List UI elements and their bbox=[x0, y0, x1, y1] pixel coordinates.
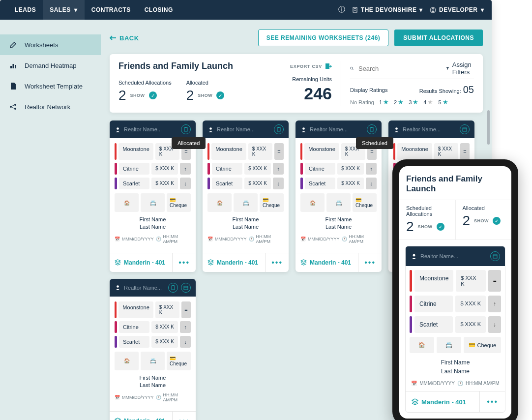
assign-filters-button[interactable]: Assign Filters bbox=[446, 61, 474, 76]
nav-leads[interactable]: LEADS bbox=[8, 0, 43, 20]
sidebar-template[interactable]: Worksheet Template bbox=[0, 76, 101, 96]
see-remaining-button[interactable]: SEE REMAINING WORKSHEETS (246) bbox=[258, 30, 389, 46]
unit-link[interactable]: Manderin - 401 bbox=[110, 253, 172, 272]
export-csv-button[interactable]: EXPORT CSV bbox=[290, 63, 332, 70]
mobile-preview: Friends and Family Launch Scheduled Allo… bbox=[392, 159, 518, 420]
contact-action[interactable]: 📇 bbox=[326, 193, 351, 212]
last-name: Last Name bbox=[115, 223, 191, 231]
allocate-icon[interactable] bbox=[168, 283, 178, 293]
color-stripe bbox=[115, 321, 117, 333]
more-button[interactable]: ••• bbox=[172, 412, 196, 420]
nav-sales[interactable]: SALES ▾ bbox=[43, 0, 85, 20]
color-stripe bbox=[300, 163, 303, 175]
nav-contracts[interactable]: CONTRACTS bbox=[85, 0, 138, 20]
sidebar-network[interactable]: Realtor Network bbox=[0, 96, 101, 117]
svg-rect-26 bbox=[371, 127, 373, 128]
home-action[interactable]: 🏠 bbox=[115, 193, 139, 212]
unit-link[interactable]: Manderin - 401 bbox=[110, 412, 172, 420]
unit-name: Citrine bbox=[119, 163, 149, 175]
page-title: Friends and Family Launch bbox=[118, 61, 233, 71]
svg-rect-1 bbox=[354, 8, 355, 9]
schedule-icon[interactable] bbox=[490, 251, 500, 261]
help-icon[interactable]: ⓘ bbox=[338, 5, 345, 14]
search-input[interactable] bbox=[358, 65, 441, 72]
layers-icon bbox=[115, 418, 121, 420]
unit-sort-button[interactable]: ↑ bbox=[273, 163, 284, 175]
unit-link[interactable]: Manderin - 401 bbox=[296, 253, 358, 272]
contact-action[interactable]: 📇 bbox=[141, 193, 165, 212]
mobile-more[interactable]: ••• bbox=[479, 391, 505, 412]
unit-sort-button[interactable]: ↓ bbox=[180, 336, 191, 348]
user-dropdown[interactable]: DEVELOPER▾ bbox=[430, 6, 484, 13]
more-button[interactable]: ••• bbox=[358, 253, 382, 272]
unit-sort-button[interactable]: = bbox=[274, 143, 284, 160]
nav-closing[interactable]: CLOSING bbox=[138, 0, 180, 20]
color-stripe bbox=[207, 178, 210, 189]
realtor-name: Realtor Name... bbox=[310, 126, 364, 132]
cheque-action[interactable]: 💳Cheque bbox=[464, 337, 501, 353]
unit-sort-button[interactable]: = bbox=[181, 301, 191, 318]
unit-sort-button[interactable]: = bbox=[460, 143, 470, 160]
home-action[interactable]: 🏠 bbox=[115, 352, 139, 370]
home-action[interactable]: 🏠 bbox=[410, 337, 434, 353]
sidebar-worksheets[interactable]: Worksheets bbox=[0, 34, 101, 55]
unit-link[interactable]: Manderin - 401 bbox=[203, 253, 265, 272]
building-dropdown[interactable]: THE DEVONSHIRE▾ bbox=[352, 6, 423, 13]
back-button[interactable]: BACK bbox=[110, 34, 139, 42]
contact-action[interactable]: 📇 bbox=[437, 337, 461, 353]
cheque-action[interactable]: 💳Cheque bbox=[260, 193, 284, 212]
submit-allocations-button[interactable]: SUBMIT ALLOCATIONS bbox=[394, 30, 483, 46]
rating-5[interactable]: 5★ bbox=[438, 98, 448, 106]
mobile-unit-link[interactable]: Manderin - 401 bbox=[406, 391, 479, 412]
cheque-action[interactable]: 💳Cheque bbox=[167, 193, 191, 212]
unit-sort-button[interactable]: ↑ bbox=[180, 321, 191, 333]
more-button[interactable]: ••• bbox=[172, 253, 196, 272]
first-name: First Name bbox=[115, 374, 191, 382]
unit-sort-button[interactable]: ↓ bbox=[366, 178, 377, 189]
rating-2[interactable]: 2★ bbox=[394, 98, 404, 106]
person-icon bbox=[115, 126, 121, 133]
unit-sort-button[interactable]: ↑ bbox=[180, 163, 191, 175]
unit-sort-button[interactable]: ↑ bbox=[366, 163, 377, 175]
rating-1[interactable]: 1★ bbox=[379, 98, 389, 106]
contact-action[interactable]: 📇 bbox=[234, 193, 258, 212]
home-action[interactable]: 🏠 bbox=[207, 193, 232, 212]
unit-name: Citrine bbox=[119, 321, 149, 333]
allocate-icon[interactable] bbox=[181, 124, 191, 134]
mobile-title: Friends and Family Launch bbox=[406, 174, 504, 194]
file-icon bbox=[9, 82, 18, 90]
results-count: 05 bbox=[463, 84, 474, 95]
scrollbar[interactable] bbox=[487, 110, 490, 145]
allocate-icon[interactable] bbox=[367, 124, 377, 134]
cheque-action[interactable]: 💳Cheque bbox=[353, 193, 377, 212]
clock-icon: 🕐 bbox=[342, 237, 347, 241]
home-action[interactable]: 🏠 bbox=[300, 193, 325, 212]
schedule-icon[interactable] bbox=[460, 124, 470, 134]
contact-action[interactable]: 📇 bbox=[141, 352, 165, 370]
color-stripe bbox=[300, 178, 303, 189]
export-icon bbox=[325, 63, 332, 70]
allocate-icon[interactable] bbox=[274, 124, 284, 134]
unit-sort-button[interactable]: ↓ bbox=[180, 178, 191, 189]
rating-3[interactable]: 3★ bbox=[409, 98, 418, 106]
rating-4[interactable]: 4★ bbox=[423, 98, 433, 106]
svg-rect-19 bbox=[184, 127, 187, 131]
schedule-icon[interactable] bbox=[181, 283, 191, 293]
show-scheduled[interactable]: SHOW bbox=[130, 93, 145, 98]
show-allocated[interactable]: SHOW bbox=[198, 93, 212, 98]
more-button[interactable]: ••• bbox=[265, 253, 289, 272]
check-icon: ✓ bbox=[149, 91, 157, 99]
unit-sort-button[interactable]: ↓ bbox=[273, 178, 284, 189]
svg-rect-23 bbox=[278, 127, 280, 128]
svg-rect-0 bbox=[353, 7, 357, 12]
no-rating-filter[interactable]: No Rating bbox=[350, 99, 374, 105]
time-value: HH:MM AM/PM bbox=[256, 234, 284, 244]
svg-point-12 bbox=[14, 108, 16, 110]
sidebar-heatmap[interactable]: Demand Heatmap bbox=[0, 55, 101, 76]
search-icon bbox=[350, 65, 354, 72]
worksheet-card: Realtor Name... Moonstone $ XXX K = Citr… bbox=[110, 279, 196, 420]
cheque-action[interactable]: 💳Cheque bbox=[167, 352, 191, 370]
unit-name: Moonstone bbox=[304, 143, 339, 160]
date-value: MMM/DD/YYYY bbox=[122, 237, 154, 241]
svg-point-24 bbox=[302, 127, 305, 130]
